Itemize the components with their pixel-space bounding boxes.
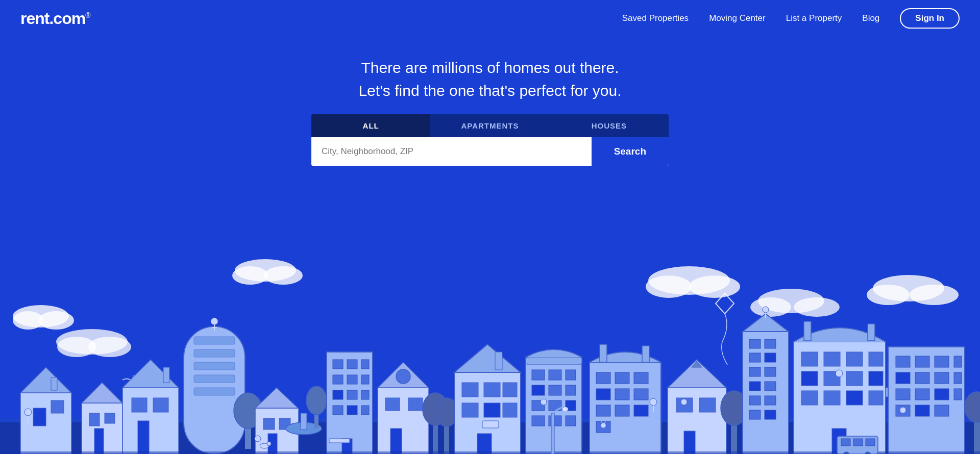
- hero-title-line2: Let's find the one that's perfect for yo…: [358, 82, 621, 99]
- svg-rect-124: [615, 405, 629, 416]
- svg-rect-111: [549, 416, 561, 426]
- main-nav: Saved Properties Moving Center List a Pr…: [622, 8, 960, 29]
- svg-rect-190: [954, 389, 962, 400]
- svg-rect-29: [105, 413, 115, 423]
- svg-rect-182: [954, 356, 962, 367]
- svg-rect-97: [482, 421, 499, 428]
- sign-in-button[interactable]: Sign In: [900, 8, 960, 29]
- svg-rect-199: [841, 439, 850, 446]
- svg-rect-115: [600, 344, 607, 362]
- svg-rect-200: [853, 439, 863, 446]
- svg-rect-153: [749, 410, 761, 419]
- tab-houses[interactable]: HOUSES: [550, 114, 669, 137]
- nav-saved-properties[interactable]: Saved Properties: [622, 13, 689, 23]
- svg-rect-71: [347, 390, 357, 399]
- svg-rect-201: [866, 439, 875, 446]
- svg-rect-83: [390, 428, 402, 454]
- svg-point-138: [681, 399, 687, 405]
- svg-rect-143: [749, 339, 761, 348]
- svg-rect-30: [94, 428, 104, 454]
- svg-rect-105: [549, 385, 561, 395]
- search-tabs: ALL APARTMENTS HOUSES: [311, 114, 669, 137]
- svg-rect-100: [526, 357, 582, 365]
- logo[interactable]: rent.com®: [20, 9, 622, 28]
- svg-rect-145: [749, 353, 761, 362]
- svg-rect-96: [477, 434, 492, 454]
- svg-rect-73: [333, 406, 343, 415]
- svg-rect-117: [596, 372, 610, 384]
- svg-point-39: [211, 318, 218, 325]
- svg-rect-101: [532, 370, 545, 380]
- svg-rect-74: [347, 406, 357, 415]
- svg-rect-66: [361, 360, 369, 369]
- svg-rect-123: [596, 405, 610, 416]
- svg-point-8: [264, 266, 303, 285]
- svg-point-14: [794, 297, 840, 317]
- svg-rect-120: [596, 389, 610, 400]
- svg-rect-146: [765, 353, 776, 362]
- svg-rect-197: [0, 451, 980, 454]
- svg-rect-168: [801, 391, 818, 405]
- svg-rect-45: [153, 398, 168, 412]
- svg-rect-161: [824, 352, 840, 366]
- svg-rect-106: [566, 385, 576, 395]
- svg-rect-152: [765, 396, 776, 405]
- nav-moving-center[interactable]: Moving Center: [709, 13, 766, 23]
- svg-point-173: [836, 370, 843, 377]
- svg-rect-110: [532, 416, 545, 426]
- svg-rect-37: [194, 375, 235, 383]
- svg-point-13: [750, 297, 791, 317]
- city-illustration: [0, 168, 980, 454]
- svg-rect-188: [915, 389, 929, 400]
- svg-rect-121: [615, 389, 629, 400]
- svg-point-10: [646, 275, 692, 298]
- svg-rect-65: [347, 360, 357, 369]
- svg-rect-82: [408, 398, 423, 411]
- svg-rect-160: [801, 352, 818, 366]
- svg-rect-184: [915, 372, 929, 384]
- svg-rect-95: [503, 403, 517, 417]
- hero-title: There are millions of homes out there. L…: [311, 56, 669, 102]
- svg-rect-149: [749, 382, 761, 391]
- svg-rect-98: [495, 352, 502, 370]
- svg-rect-122: [634, 389, 648, 400]
- svg-point-62: [306, 386, 327, 415]
- svg-rect-187: [896, 389, 910, 400]
- svg-rect-52: [263, 418, 275, 430]
- search-button[interactable]: Search: [592, 137, 669, 166]
- svg-rect-162: [846, 352, 863, 366]
- svg-marker-43: [122, 360, 179, 388]
- svg-point-2: [38, 311, 74, 330]
- svg-rect-90: [462, 383, 478, 397]
- svg-rect-183: [896, 372, 910, 384]
- svg-rect-169: [824, 391, 840, 405]
- svg-rect-46: [138, 421, 149, 454]
- svg-rect-72: [361, 390, 369, 399]
- tab-apartments[interactable]: APARTMENTS: [430, 114, 549, 137]
- svg-rect-34: [194, 337, 235, 344]
- tab-all[interactable]: ALL: [311, 114, 430, 137]
- svg-rect-170: [846, 391, 863, 405]
- svg-rect-119: [634, 372, 648, 384]
- svg-rect-118: [615, 372, 629, 384]
- svg-rect-47: [163, 367, 169, 383]
- nav-blog[interactable]: Blog: [862, 13, 879, 23]
- svg-point-196: [965, 392, 980, 422]
- svg-rect-102: [549, 370, 561, 380]
- nav-list-property[interactable]: List a Property: [786, 13, 842, 23]
- svg-rect-158: [804, 321, 811, 341]
- search-input[interactable]: [311, 137, 592, 166]
- svg-point-194: [900, 407, 906, 413]
- svg-rect-159: [868, 324, 875, 341]
- svg-rect-23: [33, 408, 46, 426]
- city-svg: [0, 168, 980, 454]
- svg-rect-204: [551, 413, 554, 454]
- logo-text[interactable]: rent.com: [20, 9, 85, 28]
- svg-rect-94: [484, 403, 500, 417]
- svg-rect-141: [743, 332, 789, 454]
- svg-rect-42: [122, 388, 179, 454]
- svg-rect-180: [915, 356, 929, 367]
- svg-rect-144: [765, 339, 776, 348]
- svg-marker-51: [255, 388, 298, 408]
- svg-rect-185: [935, 372, 949, 384]
